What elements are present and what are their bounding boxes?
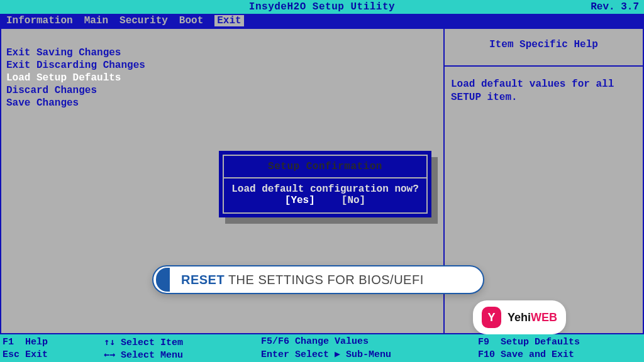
footer-col-4: F9 Setup Defaults F10 Save and Exit — [478, 336, 641, 361]
watermark-text-2: WEB — [531, 311, 557, 324]
key-f10: F10 — [478, 349, 495, 360]
dialog-message: Load default configuration now? — [230, 184, 420, 195]
key-f1: F1 — [3, 337, 14, 348]
desc-exit: Exit — [25, 349, 48, 360]
key-enter: Enter — [261, 349, 289, 360]
menu-information[interactable]: Information — [6, 15, 73, 26]
help-title: Item Specific Help — [445, 29, 643, 67]
desc-setup-defaults: Setup Defaults — [501, 337, 580, 348]
revision-label: Rev. 3.7 — [591, 0, 639, 14]
annotation-banner: RESET THE SETTINGS FOR BIOS/UEFI — [152, 265, 484, 294]
menu-security[interactable]: Security — [119, 15, 168, 26]
annotation-accent — [156, 268, 170, 292]
app-title: InsydeH2O Setup Utility — [249, 0, 395, 14]
menu-boot[interactable]: Boot — [179, 15, 203, 26]
desc-help: Help — [25, 337, 48, 348]
key-f9: F9 — [478, 337, 489, 348]
option-save-changes[interactable]: Save Changes — [6, 97, 438, 109]
annotation-rest: THE SETTINGS FOR BIOS/UEFI — [225, 273, 424, 287]
key-updown: ↑↓ — [104, 336, 115, 348]
menu-main[interactable]: Main — [84, 15, 108, 26]
watermark-logo-icon: Y — [482, 307, 501, 328]
desc-submenu: Select ▶ Sub-Menu — [295, 349, 391, 360]
watermark-text: YehiWEB — [508, 311, 557, 324]
footer-col-3: F5/F6 Change Values Enter Select ▶ Sub-M… — [261, 336, 469, 361]
key-f5f6: F5/F6 — [261, 336, 289, 347]
confirmation-dialog: Setup Confirmation Load default configur… — [219, 151, 431, 217]
dialog-title: Setup Confirmation — [224, 156, 426, 178]
key-esc: Esc — [3, 349, 19, 360]
desc-select-menu: Select Menu — [121, 350, 183, 361]
annotation-strong: RESET — [181, 273, 225, 287]
desc-select-item: Select Item — [121, 337, 183, 348]
footer-col-2: ↑↓ Select Item ←→ Select Menu — [104, 336, 255, 361]
title-bar: InsydeH2O Setup Utility Rev. 3.7 — [0, 0, 644, 14]
footer-col-1: F1 Help Esc Exit — [3, 336, 103, 361]
menu-exit[interactable]: Exit — [214, 15, 243, 26]
desc-change-values: Change Values — [295, 336, 369, 347]
dialog-buttons: [Yes] [No] — [230, 195, 420, 206]
footer-legend: F1 Help Esc Exit ↑↓ Select Item ←→ Selec… — [0, 334, 644, 362]
desc-save-exit: Save and Exit — [501, 349, 574, 360]
dialog-yes-button[interactable]: [Yes] — [285, 195, 315, 206]
key-leftright: ←→ — [104, 349, 115, 360]
menu-bar: Information Main Security Boot Exit — [0, 14, 644, 28]
dialog-frame: Setup Confirmation Load default configur… — [223, 155, 428, 214]
option-exit-saving[interactable]: Exit Saving Changes — [6, 47, 438, 59]
dialog-no-button[interactable]: [No] — [341, 195, 365, 206]
option-load-defaults[interactable]: Load Setup Defaults — [6, 72, 438, 84]
watermark-badge: Y YehiWEB — [473, 300, 566, 334]
watermark-text-1: Yehi — [508, 311, 531, 324]
annotation-text: RESET THE SETTINGS FOR BIOS/UEFI — [181, 273, 424, 287]
option-exit-discarding[interactable]: Exit Discarding Changes — [6, 59, 438, 72]
option-discard-changes[interactable]: Discard Changes — [6, 84, 438, 97]
